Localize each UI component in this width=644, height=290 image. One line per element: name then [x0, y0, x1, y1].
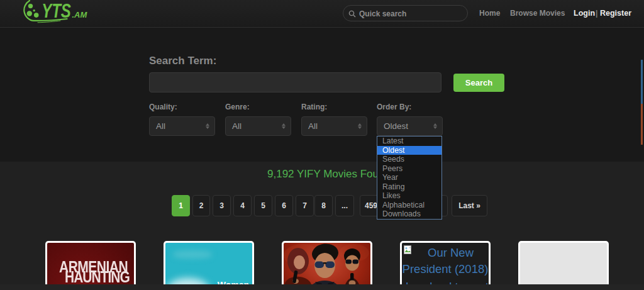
svg-text:YTS: YTS [42, 0, 71, 22]
svg-text:.AM: .AM [72, 10, 87, 20]
